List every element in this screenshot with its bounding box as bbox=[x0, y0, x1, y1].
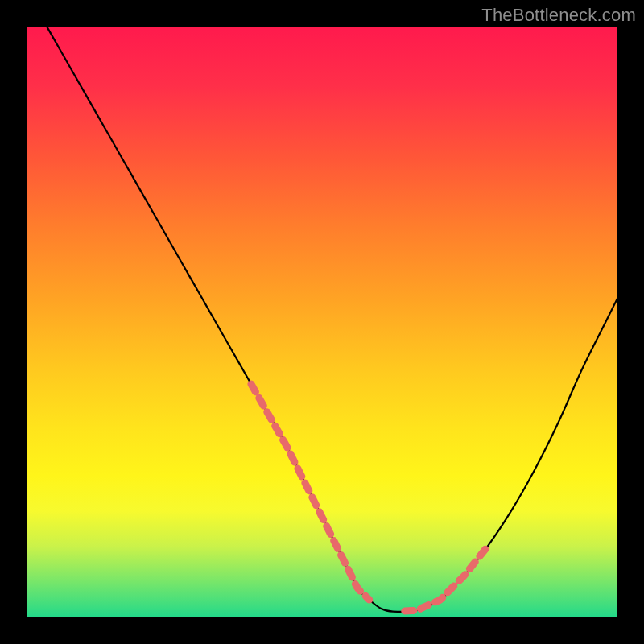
left-cluster-highlight bbox=[251, 384, 369, 600]
plot-svg bbox=[27, 27, 617, 617]
watermark-text: TheBottleneck.com bbox=[481, 5, 636, 26]
plot-area bbox=[27, 27, 617, 617]
chart-frame: TheBottleneck.com bbox=[0, 0, 644, 644]
bottleneck-curve bbox=[27, 27, 617, 612]
right-cluster-highlight bbox=[405, 547, 488, 611]
